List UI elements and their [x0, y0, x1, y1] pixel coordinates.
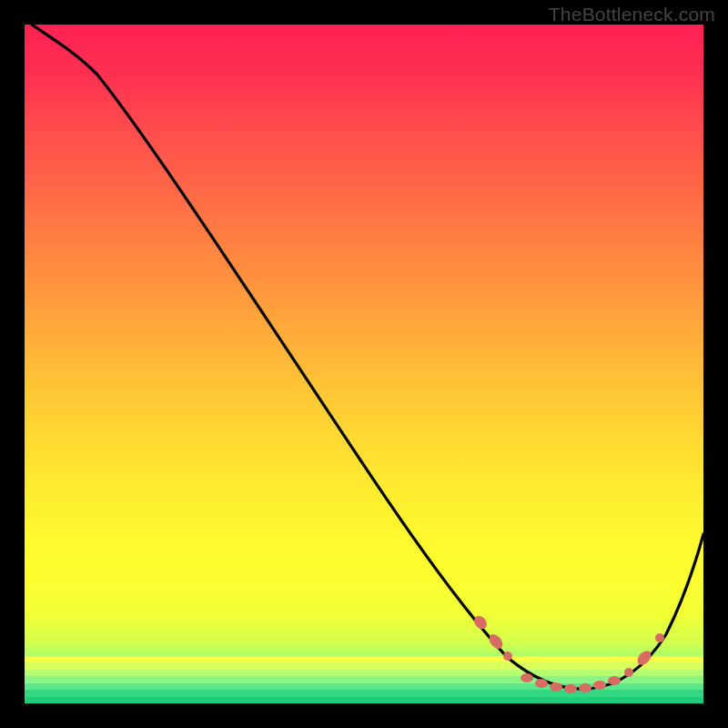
chart-plot-area	[25, 25, 703, 703]
svg-point-8	[593, 681, 606, 690]
svg-point-1	[487, 632, 506, 652]
svg-point-0	[471, 613, 489, 632]
svg-point-5	[550, 682, 562, 692]
svg-point-2	[503, 652, 512, 661]
svg-point-12	[655, 633, 664, 642]
svg-point-7	[579, 683, 592, 693]
svg-point-4	[535, 679, 548, 688]
svg-point-11	[635, 648, 654, 667]
optimal-range-dots	[25, 25, 703, 703]
svg-point-3	[521, 673, 533, 682]
svg-point-9	[608, 676, 621, 685]
svg-point-10	[624, 668, 633, 677]
watermark-text: TheBottleneck.com	[549, 4, 715, 25]
svg-point-6	[564, 684, 577, 693]
